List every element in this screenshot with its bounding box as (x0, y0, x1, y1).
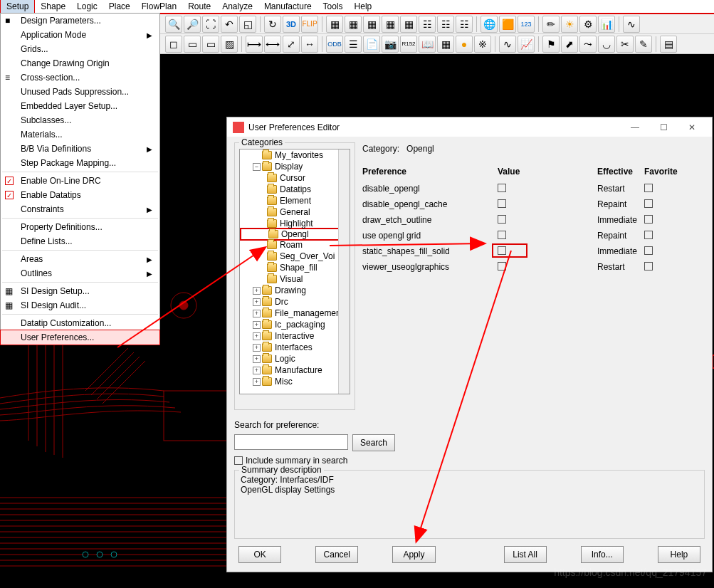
cam-icon[interactable]: 📷 (382, 36, 399, 53)
tree-item[interactable]: Roam (240, 239, 350, 251)
grid5-icon[interactable]: ▦ (400, 16, 417, 33)
dim2-icon[interactable]: ⟷ (264, 36, 281, 53)
menu-item[interactable]: Embedded Layer Setup... (1, 99, 159, 113)
value-checkbox[interactable] (498, 262, 506, 271)
chart-icon[interactable]: 📊 (598, 16, 615, 33)
tree-item[interactable]: +Drc (240, 296, 350, 308)
menu-tools[interactable]: Tools (317, 0, 349, 13)
zoom-out-icon[interactable]: 🔎 (184, 16, 201, 33)
pick-icon[interactable]: ⬈ (561, 36, 578, 53)
book-icon[interactable]: 📖 (419, 36, 436, 53)
snake-icon[interactable]: ∿ (623, 16, 640, 33)
badge-icon[interactable]: ● (456, 36, 473, 53)
menu-item[interactable]: Define Lists... (1, 234, 159, 248)
menu-item[interactable]: ≡Cross-section... (1, 70, 159, 85)
search-input[interactable] (234, 434, 348, 450)
numbers-icon[interactable]: 123 (518, 16, 535, 33)
maximize-icon[interactable]: ☐ (649, 119, 678, 136)
tree-item[interactable]: +Drawing (240, 285, 350, 296)
menu-item[interactable]: Areas▶ (1, 252, 159, 266)
dialog-titlebar[interactable]: User Preferences Editor — ☐ ✕ (227, 117, 712, 137)
menu-item[interactable]: Constraints▶ (1, 202, 159, 216)
menu-item[interactable]: Outlines▶ (1, 266, 159, 280)
matrix-icon[interactable]: ▦ (437, 36, 454, 53)
odb-icon[interactable]: ODB (326, 36, 343, 53)
menu-help[interactable]: Help (349, 0, 378, 13)
menu-item[interactable]: B/B Via Definitions▶ (1, 142, 159, 156)
zoom-fit-icon[interactable]: ⛶ (202, 16, 219, 33)
favorite-checkbox[interactable] (644, 215, 653, 224)
value-checkbox[interactable] (498, 184, 506, 192)
tree-item[interactable]: +File_management (240, 308, 350, 319)
listall-button[interactable]: List All (504, 546, 547, 563)
value-checkbox[interactable] (498, 231, 506, 239)
tree-item[interactable]: +Logic (240, 353, 350, 364)
menu-route[interactable]: Route (182, 0, 216, 13)
include-summary-checkbox[interactable] (234, 456, 243, 465)
dim-icon[interactable]: ⟼ (246, 36, 263, 53)
info-button[interactable]: Info... (581, 546, 624, 563)
tree-item[interactable]: Datatips (240, 184, 350, 195)
table3-icon[interactable]: ☷ (456, 16, 473, 33)
tree-item[interactable]: Element (240, 195, 350, 206)
ok-button[interactable]: OK (238, 546, 281, 563)
zoom-sel-icon[interactable]: ◱ (239, 16, 256, 33)
value-checkbox[interactable] (498, 199, 506, 208)
zoom-in-icon[interactable]: 🔍 (165, 16, 182, 33)
menu-item[interactable]: Step Package Mapping... (1, 156, 159, 170)
arc-icon[interactable]: ◡ (598, 36, 615, 53)
minimize-icon[interactable]: — (621, 119, 649, 136)
value-checkbox[interactable] (498, 215, 506, 224)
menu-item[interactable]: Change Drawing Origin (1, 56, 159, 70)
menu-place[interactable]: Place (103, 0, 136, 13)
menu-item[interactable]: ✓Enable On-Line DRC (1, 174, 159, 188)
table-icon[interactable]: ☷ (419, 16, 436, 33)
route-icon[interactable]: ⤳ (579, 36, 597, 53)
apply-button[interactable]: Apply (392, 546, 435, 563)
menu-analyze[interactable]: Analyze (216, 0, 258, 13)
dim3-icon[interactable]: ⤢ (283, 36, 300, 53)
menu-item[interactable]: Property Definitions... (1, 220, 159, 234)
favorite-checkbox[interactable] (644, 262, 653, 271)
net-icon[interactable]: ※ (474, 36, 491, 53)
tree-item[interactable]: +Interfaces (240, 342, 350, 353)
menu-item[interactable]: Unused Pads Suppression... (1, 85, 159, 99)
tree-item[interactable]: +Ic_packaging (240, 319, 350, 330)
menu-flowplan[interactable]: FlowPlan (136, 0, 182, 13)
tree-item[interactable]: +Misc (240, 376, 350, 387)
menu-setup[interactable]: Setup (0, 0, 35, 14)
menu-item[interactable]: Application Mode▶ (1, 28, 159, 42)
last-icon[interactable]: ▤ (660, 36, 677, 53)
menu-item[interactable]: User Preferences... (0, 330, 160, 345)
favorite-checkbox[interactable] (644, 184, 653, 192)
menu-shape[interactable]: Shape (35, 0, 71, 13)
menu-logic[interactable]: Logic (71, 0, 103, 13)
tree-item[interactable]: Visual (240, 273, 350, 285)
table2-icon[interactable]: ☷ (437, 16, 454, 33)
grid3-icon[interactable]: ▦ (363, 16, 380, 33)
redraw-icon[interactable]: ↻ (264, 16, 281, 33)
menu-item[interactable]: ▦SI Design Setup... (1, 284, 159, 298)
view-3d-icon[interactable]: 3D (283, 16, 300, 33)
view-flip-icon[interactable]: FLIP (301, 16, 318, 33)
graph-icon[interactable]: 📈 (518, 36, 535, 53)
close-icon[interactable]: ✕ (678, 119, 706, 136)
menu-item[interactable]: Datatip Customization... (1, 316, 159, 330)
wand-icon[interactable]: ✏ (542, 16, 560, 33)
grid4-icon[interactable]: ▦ (382, 16, 399, 33)
tree-scrollbar[interactable] (338, 149, 350, 394)
grid-tool-icon[interactable]: ▦ (326, 16, 343, 33)
menu-item[interactable]: ✓Enable Datatips (1, 188, 159, 202)
wave-icon[interactable]: ∿ (499, 36, 516, 53)
tree-item[interactable]: +Interactive (240, 330, 350, 342)
menu-item[interactable]: Subclasses... (1, 113, 159, 127)
doc-icon[interactable]: 📄 (363, 36, 380, 53)
flag-icon[interactable]: ⚑ (542, 36, 560, 53)
edit-icon[interactable]: ✎ (635, 36, 652, 53)
menu-item[interactable]: Grids... (1, 42, 159, 56)
tree-item[interactable]: Seg_Over_Voi (240, 251, 350, 262)
world-icon[interactable]: 🌐 (481, 16, 498, 33)
tree-item[interactable]: Shape_fill (240, 262, 350, 273)
rect-icon[interactable]: ◻ (165, 36, 182, 53)
hatch-icon[interactable]: ▨ (221, 36, 238, 53)
